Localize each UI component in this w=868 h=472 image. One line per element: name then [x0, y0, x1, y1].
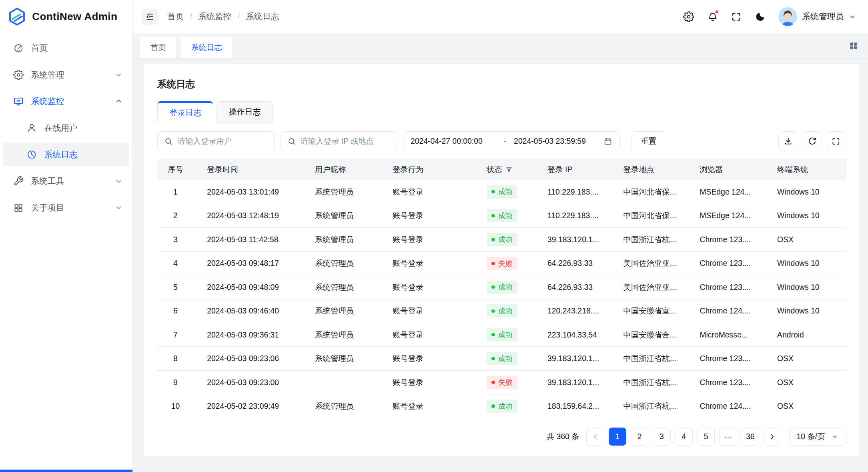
status-badge: 成功 [487, 352, 517, 365]
cell-index: 3 [157, 228, 197, 251]
breadcrumb: 首页/系统监控/系统日志 [167, 11, 279, 22]
sidebar-item-system-monitor[interactable]: 系统监控 [3, 90, 129, 113]
date-range-picker[interactable]: 2024-04-27 00:00:00 - 2024-05-03 23:59:5… [403, 131, 620, 151]
expand-button[interactable] [826, 131, 846, 151]
column-header: 用户昵称 [305, 159, 383, 180]
status-badge: 成功 [487, 328, 517, 341]
page-size-select[interactable]: 10 条/页 [789, 428, 846, 445]
column-header: 登录地点 [613, 159, 690, 180]
cell-status: 成功 [477, 180, 537, 204]
page-button-2[interactable]: 2 [631, 428, 648, 445]
tabbar-tab[interactable]: 首页 [140, 36, 177, 58]
cell-browser: Chrome 124.... [690, 299, 768, 323]
cell-os: Windows 10 [767, 251, 846, 275]
page-title: 系统日志 [157, 78, 846, 90]
user-menu[interactable]: 系统管理员 [778, 7, 856, 26]
cell-login-time: 2024-05-03 09:48:17 [197, 251, 305, 275]
table-row: 22024-05-03 12:48:19系统管理员账号登录成功110.229.1… [157, 204, 846, 227]
cell-ip: 64.226.93.33 [537, 251, 613, 275]
page-button-5[interactable]: 5 [697, 428, 715, 445]
cell-index: 5 [157, 275, 197, 299]
status-badge: 成功 [487, 185, 517, 199]
cell-status: 成功 [477, 323, 537, 347]
login-user-input[interactable] [178, 137, 268, 146]
column-header: 登录时间 [197, 159, 305, 180]
sidebar-item-system-logs[interactable]: 系统日志 [3, 143, 129, 166]
cell-nickname: 系统管理员 [305, 204, 383, 227]
cell-browser: Chrome 123.... [690, 275, 768, 299]
prev-page-button[interactable] [586, 428, 604, 445]
dark-mode-moon-icon[interactable] [755, 11, 766, 22]
page-button-36[interactable]: 36 [742, 428, 759, 445]
layout-grid-icon[interactable] [849, 41, 858, 51]
cell-os: OSX [767, 228, 846, 251]
filter-toolbar: 2024-04-27 00:00:00 - 2024-05-03 23:59:5… [157, 131, 846, 151]
login-user-search-field[interactable] [157, 131, 275, 151]
page-button-3[interactable]: 3 [653, 428, 670, 445]
tab-operation-log[interactable]: 操作日志 [216, 101, 273, 123]
status-badge: 成功 [487, 304, 517, 317]
sidebar-item-system-tools[interactable]: 系统工具 [3, 169, 129, 193]
cell-action: 账号登录 [383, 251, 477, 275]
more-pages-button[interactable]: ··· [719, 428, 737, 445]
sidebar-menu: 首页系统管理系统监控在线用户系统日志系统工具关于项目 [0, 33, 132, 223]
refresh-button[interactable] [802, 131, 822, 151]
next-page-button[interactable] [764, 428, 781, 445]
cell-index: 10 [157, 394, 197, 418]
table-row: 62024-05-03 09:46:40系统管理员账号登录成功120.243.2… [157, 299, 846, 323]
table-row: 72024-05-03 09:36:31系统管理员账号登录成功223.104.3… [157, 323, 846, 347]
cell-location: 中国安徽省合... [613, 323, 690, 347]
login-ip-input[interactable] [301, 137, 391, 146]
chevron-down-icon [115, 71, 122, 78]
cell-action: 账号登录 [383, 323, 477, 347]
breadcrumb-item[interactable]: 系统监控 [198, 11, 231, 22]
download-button[interactable] [778, 131, 798, 151]
sidebar-item-system-management[interactable]: 系统管理 [3, 63, 129, 86]
breadcrumb-item[interactable]: 首页 [167, 11, 184, 22]
cell-location: 美国佐治亚亚... [613, 275, 690, 299]
page-number-buttons: 12345···36 [609, 428, 759, 445]
cell-browser: Chrome 123.... [690, 228, 768, 251]
log-type-tabs: 登录日志操作日志 [157, 101, 846, 123]
cell-location: 中国浙江省杭... [613, 394, 690, 418]
cell-browser: MSEdge 124... [690, 204, 768, 227]
status-dot-icon [491, 309, 495, 313]
settings-gear-icon[interactable] [683, 11, 694, 22]
page-tabbar: 首页系统日志 [133, 33, 868, 59]
page-button-4[interactable]: 4 [675, 428, 693, 445]
sidebar-item-home[interactable]: 首页 [3, 36, 129, 60]
user-name: 系统管理员 [802, 11, 844, 22]
tabbar-tab[interactable]: 系统日志 [180, 36, 233, 58]
cell-location: 中国河北省保... [613, 204, 690, 227]
sidebar-item-about-project[interactable]: 关于项目 [3, 196, 129, 219]
cell-nickname: 系统管理员 [305, 275, 383, 299]
cell-index: 4 [157, 251, 197, 275]
column-header: 浏览器 [690, 159, 768, 180]
status-dot-icon [491, 381, 495, 384]
search-icon [287, 137, 296, 146]
notification-bell-icon[interactable] [707, 11, 718, 22]
sidebar-item-online-users[interactable]: 在线用户 [3, 116, 129, 139]
login-ip-search-field[interactable] [280, 131, 397, 151]
reset-button[interactable]: 重置 [631, 131, 666, 151]
fullscreen-icon[interactable] [731, 11, 742, 22]
table-row: 42024-05-03 09:48:17系统管理员账号登录失败64.226.93… [157, 251, 846, 275]
page-button-1[interactable]: 1 [609, 428, 626, 445]
cell-action: 账号登录 [383, 228, 477, 251]
breadcrumb-item[interactable]: 系统日志 [246, 11, 279, 22]
status-badge: 失败 [487, 376, 517, 389]
cell-ip: 183.159.64.2... [537, 394, 613, 418]
cell-index: 9 [157, 370, 197, 394]
app-logo[interactable]: ContiNew Admin [0, 0, 132, 33]
sidebar-collapse-button[interactable] [142, 8, 158, 25]
filter-icon[interactable] [505, 166, 513, 173]
cell-os: Windows 10 [767, 299, 846, 323]
grid-icon [13, 203, 24, 213]
cell-index: 8 [157, 347, 197, 370]
table-row: 102024-05-02 23:09:49系统管理员账号登录成功183.159.… [157, 394, 846, 418]
cell-login-time: 2024-05-03 09:46:40 [197, 299, 305, 323]
status-dot-icon [491, 238, 495, 241]
tab-login-log[interactable]: 登录日志 [157, 101, 213, 123]
status-dot-icon [491, 404, 495, 408]
cell-login-time: 2024-05-03 09:23:00 [197, 370, 305, 394]
